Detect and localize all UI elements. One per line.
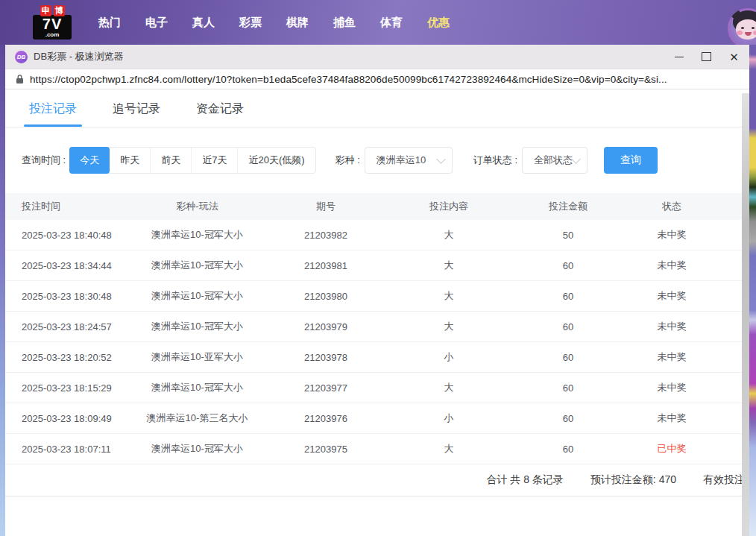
lock-icon — [16, 74, 24, 84]
cell-game-play: 澳洲幸运10-冠军大小 — [128, 442, 266, 455]
cell-bet-content: 大 — [385, 228, 512, 242]
user-avatar[interactable] — [728, 8, 756, 48]
close-icon: ✕ — [729, 51, 739, 63]
cell-game-play: 澳洲幸运10-亚军大小 — [128, 350, 266, 364]
cell-issue: 21203978 — [266, 352, 385, 363]
lottery-type-select[interactable]: 澳洲幸运10 — [365, 147, 453, 174]
table-row: 2025-03-23 18:24:57 澳洲幸运10-冠军大小 21203979… — [5, 312, 749, 342]
cell-issue: 21203976 — [266, 413, 385, 424]
time-range-group: 今天 昨天 前天 近7天 近20天(低频) — [69, 147, 315, 174]
page-background-left-strip — [0, 45, 5, 536]
cell-game-play: 澳洲幸运10-冠军大小 — [128, 259, 266, 272]
logo-main-text: 7V — [36, 16, 69, 31]
minimize-icon — [675, 57, 684, 57]
time-option-today[interactable]: 今天 — [69, 147, 110, 174]
cell-issue: 21203977 — [266, 382, 385, 394]
order-status-value: 全部状态 — [534, 154, 573, 167]
maximize-button[interactable] — [693, 45, 720, 69]
lottery-records-page: 投注记录 追号记录 资金记录 查询时间 : 今天 昨天 前天 近7天 近20天(… — [5, 89, 749, 536]
cell-game-play: 澳洲幸运10-冠军大小 — [128, 381, 266, 394]
cell-game-play: 澳洲幸运10-第三名大小 — [128, 412, 266, 425]
table-row: 2025-03-23 18:20:52 澳洲幸运10-亚军大小 21203978… — [5, 342, 749, 373]
header-bet-content: 投注内容 — [385, 200, 512, 213]
time-option-20days[interactable]: 近20天(低频) — [237, 148, 315, 173]
time-option-day-before[interactable]: 前天 — [150, 148, 191, 173]
order-status-label: 订单状态 : — [473, 154, 517, 167]
cell-status: 未中奖 — [624, 320, 719, 333]
url-text[interactable]: https://ctop02pchwp1.zfnc84.com/lottery/… — [30, 74, 667, 85]
search-button[interactable]: 查询 — [604, 147, 658, 174]
cell-bet-content: 大 — [385, 289, 512, 303]
tab-bet-records[interactable]: 投注记录 — [28, 89, 78, 127]
header-issue: 期号 — [266, 200, 385, 213]
logo-badges: 申 博 — [40, 5, 65, 16]
cell-bet-time: 2025-03-23 18:09:49 — [5, 413, 128, 424]
lottery-type-value: 澳洲幸运10 — [377, 154, 426, 167]
cell-bet-time: 2025-03-23 18:20:52 — [5, 352, 128, 363]
filter-row: 查询时间 : 今天 昨天 前天 近7天 近20天(低频) 彩种 : 澳洲幸运10… — [22, 147, 749, 174]
cell-bet-content: 大 — [385, 442, 512, 455]
tab-chase-records[interactable]: 追号记录 — [111, 89, 162, 127]
nav-item-cards[interactable]: 棋牌 — [286, 16, 309, 30]
avatar-blush-right — [753, 31, 756, 35]
header-status: 状态 — [624, 200, 719, 213]
avatar-eye-right — [752, 27, 755, 29]
browser-app-icon: DB — [15, 51, 28, 63]
cell-issue: 21203981 — [266, 260, 385, 271]
table-row: 2025-03-23 18:15:29 澳洲幸运10-冠军大小 21203977… — [5, 373, 749, 403]
time-option-7days[interactable]: 近7天 — [191, 148, 237, 173]
cell-bet-time: 2025-03-23 18:34:44 — [5, 260, 128, 271]
nav-item-live[interactable]: 真人 — [192, 16, 215, 30]
address-bar[interactable]: https://ctop02pchwp1.zfnc84.com/lottery/… — [5, 69, 749, 89]
nav-item-slots[interactable]: 电子 — [145, 16, 168, 30]
site-logo[interactable]: 申 博 7V .com — [33, 5, 72, 40]
nav-item-sports[interactable]: 体育 — [380, 16, 403, 30]
browser-title-bar[interactable]: DB DB彩票 - 极速浏览器 ✕ — [5, 45, 749, 69]
cell-bet-amount: 60 — [512, 444, 624, 455]
table-row: 2025-03-23 18:30:48 澳洲幸运10-冠军大小 21203980… — [5, 281, 749, 312]
time-option-yesterday[interactable]: 昨天 — [110, 148, 150, 173]
cell-bet-time: 2025-03-23 18:15:29 — [5, 382, 128, 394]
header-bet-time: 投注时间 — [5, 200, 128, 213]
cell-status: 未中奖 — [624, 228, 719, 242]
table-row: 2025-03-23 18:07:11 澳洲幸运10-冠军大小 21203975… — [5, 434, 749, 464]
logo-suffix-text: .com — [36, 32, 69, 38]
cell-bet-content: 小 — [385, 412, 512, 425]
cell-status: 未中奖 — [624, 289, 719, 303]
cell-bet-amount: 50 — [512, 230, 624, 241]
lottery-type-label: 彩种 : — [336, 154, 360, 167]
nav-item-fishing[interactable]: 捕鱼 — [333, 16, 356, 30]
table-row: 2025-03-23 18:40:48 澳洲幸运10-冠军大小 21203982… — [5, 220, 749, 250]
minimize-button[interactable] — [665, 45, 693, 69]
cell-bet-amount: 60 — [512, 352, 624, 363]
cell-bet-amount: 60 — [512, 413, 624, 424]
chevron-down-icon — [436, 154, 446, 164]
tab-fund-records[interactable]: 资金记录 — [195, 89, 245, 127]
header-bet-amount: 投注金额 — [512, 200, 624, 213]
cell-bet-content: 大 — [385, 381, 512, 394]
chevron-down-icon — [571, 154, 581, 164]
cell-bet-time: 2025-03-23 18:24:57 — [5, 321, 128, 332]
close-button[interactable]: ✕ — [720, 45, 748, 69]
logo-badge-left: 申 — [40, 5, 51, 16]
browser-window: DB DB彩票 - 极速浏览器 ✕ https://ctop02pchwp1.z… — [5, 45, 749, 536]
query-time-label: 查询时间 : — [22, 154, 66, 167]
nav-item-hot[interactable]: 热门 — [98, 16, 121, 30]
table-row: 2025-03-23 18:09:49 澳洲幸运10-第三名大小 2120397… — [5, 403, 749, 434]
record-tabs: 投注记录 追号记录 资金记录 — [5, 89, 749, 127]
vertical-scrollbar[interactable] — [742, 93, 749, 536]
maximize-icon — [702, 52, 711, 61]
nav-item-promo[interactable]: 优惠 — [427, 16, 450, 30]
cell-issue: 21203980 — [266, 291, 385, 302]
window-controls: ✕ — [665, 45, 748, 69]
cell-bet-content: 小 — [385, 350, 512, 364]
cell-bet-time: 2025-03-23 18:07:11 — [5, 444, 128, 455]
window-title: DB彩票 - 极速浏览器 — [34, 50, 124, 63]
logo-badge-right: 博 — [54, 5, 65, 16]
cell-bet-amount: 60 — [512, 382, 624, 394]
site-banner: 申 博 7V .com 热门 电子 真人 彩票 棋牌 捕鱼 体育 优惠 — [0, 0, 756, 45]
avatar-blush-left — [737, 31, 743, 35]
nav-item-lottery[interactable]: 彩票 — [239, 16, 262, 30]
bet-records-table: 投注时间 彩种-玩法 期号 投注内容 投注金额 状态 2025-03-23 18… — [5, 193, 749, 464]
order-status-select[interactable]: 全部状态 — [522, 147, 588, 174]
